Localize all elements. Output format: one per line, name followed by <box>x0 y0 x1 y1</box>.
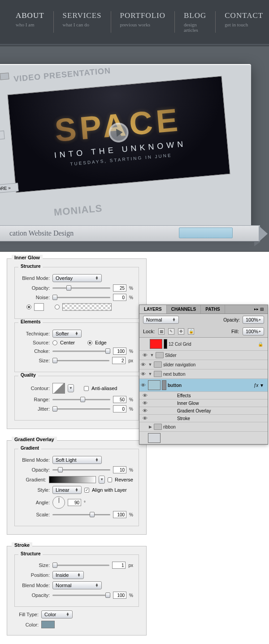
layer-row-grid[interactable]: 12 Col Grid 🔒 <box>139 338 268 351</box>
jitter-input[interactable] <box>113 405 126 412</box>
effect-inner-glow[interactable]: 👁 Inner Glow <box>139 399 268 407</box>
percent-unit: % <box>129 512 133 517</box>
visibility-icon[interactable]: 👁 <box>139 382 147 388</box>
choke-input[interactable] <box>113 348 126 355</box>
blend-mode-dropdown[interactable]: Soft Light▲▼ <box>52 456 102 464</box>
color-radio[interactable] <box>26 305 31 309</box>
visibility-icon[interactable]: 👁 <box>141 408 148 413</box>
tab-paths[interactable]: PATHS <box>201 305 225 313</box>
nav-sub: previous works <box>120 22 166 27</box>
jitter-slider[interactable] <box>52 406 110 412</box>
disclosure-icon[interactable]: ▼ <box>150 353 154 357</box>
noise-input[interactable] <box>113 294 126 301</box>
glow-color-swatch[interactable] <box>34 303 44 311</box>
read-more-button[interactable]: READ MORE » <box>0 183 19 196</box>
panel-tabs: LAYERS CHANNELS PATHS ▸▸ ▤ <box>139 305 268 314</box>
opacity-input[interactable] <box>113 284 126 292</box>
monitor-icon <box>0 73 9 80</box>
glow-gradient-swatch[interactable] <box>62 303 112 311</box>
reverse-checkbox[interactable] <box>108 477 112 482</box>
range-input[interactable] <box>113 396 126 403</box>
angle-dial[interactable] <box>52 496 65 509</box>
layer-row-slidernav[interactable]: 👁 ▼ slider navigation <box>139 360 268 369</box>
nav-item-contact[interactable]: CONTACT get in touch <box>215 11 269 33</box>
noise-slider[interactable] <box>52 294 110 301</box>
lock-position-icon[interactable]: ✥ <box>178 328 184 335</box>
layer-row-ribbon[interactable]: ▶ ribbon <box>139 422 268 432</box>
align-checkbox[interactable] <box>84 488 89 493</box>
ribbon-button[interactable] <box>179 228 233 238</box>
visibility-icon[interactable]: 👁 <box>139 371 147 377</box>
gradient-dropdown[interactable]: ▼ <box>99 476 105 484</box>
range-slider[interactable] <box>52 396 110 403</box>
size-slider[interactable] <box>52 562 109 568</box>
stroke-color-swatch[interactable] <box>41 621 55 628</box>
layer-row-nextbtn[interactable]: 👁 ▼ next button <box>139 369 268 379</box>
visibility-icon[interactable]: 👁 <box>141 352 148 358</box>
center-radio[interactable] <box>52 340 57 345</box>
fill-type-dropdown[interactable]: Color▲▼ <box>41 610 73 618</box>
nav-title: SERVICES <box>63 11 102 20</box>
read-more-button[interactable]: MORE » <box>0 131 5 142</box>
blend-mode-dropdown[interactable]: Normal▲▼ <box>52 581 102 589</box>
opacity-dropdown[interactable]: 100%▸ <box>243 316 264 324</box>
scale-slider[interactable] <box>52 511 110 518</box>
visibility-icon[interactable]: 👁 <box>141 400 148 406</box>
opacity-slider[interactable] <box>52 467 110 473</box>
mode-row: Normal▲▼ Opacity: 100%▸ <box>139 314 268 326</box>
angle-input[interactable] <box>68 499 81 506</box>
visibility-icon[interactable]: 👁 <box>139 362 147 367</box>
effect-label: Stroke <box>177 416 190 421</box>
lock-row: Lock: ▦ ✎ ✥ 🔒 Fill: 100%▸ <box>139 326 268 338</box>
gradient-radio[interactable] <box>55 305 60 309</box>
fx-badge[interactable]: ƒx ▼ <box>254 383 264 388</box>
blend-mode-dropdown[interactable]: Overlay▲▼ <box>52 274 102 282</box>
lock-all-icon[interactable]: 🔒 <box>188 328 194 335</box>
size-label: Size: <box>20 358 50 363</box>
opacity-slider[interactable] <box>52 592 110 598</box>
size-slider[interactable] <box>52 357 109 364</box>
fill-dropdown[interactable]: 100%▸ <box>243 327 264 335</box>
tab-channels[interactable]: CHANNELS <box>167 305 201 313</box>
disclosure-icon[interactable]: ▼ <box>148 362 152 367</box>
effect-stroke[interactable]: 👁 Stroke <box>139 415 268 422</box>
disclosure-icon[interactable]: ▼ <box>148 372 152 376</box>
nav-item-blog[interactable]: BLOG design articles <box>174 11 215 33</box>
blend-mode-label: Blend Mode: <box>20 583 50 588</box>
position-dropdown[interactable]: Inside▲▼ <box>52 571 84 579</box>
anti-aliased-checkbox[interactable] <box>84 386 89 391</box>
layer-row-button[interactable]: 👁 button ƒx ▼ <box>139 379 268 392</box>
size-input[interactable] <box>112 357 126 364</box>
tab-layers[interactable]: LAYERS <box>139 305 167 313</box>
panel-expand-icon[interactable]: ▸▸ ▤ <box>251 305 268 313</box>
edge-radio[interactable] <box>87 340 92 345</box>
effect-gradient-overlay[interactable]: 👁 Gradient Overlay <box>139 407 268 415</box>
lock-transparency-icon[interactable]: ▦ <box>158 328 165 335</box>
fill-label: Fill: <box>231 329 239 334</box>
scale-input[interactable] <box>113 511 126 518</box>
video-thumbnail[interactable]: SPACE INTO THE UNKNOWN TUESDAYS, STARTIN… <box>7 76 230 193</box>
opacity-slider[interactable] <box>52 285 110 291</box>
blend-mode-dropdown[interactable]: Normal▲▼ <box>143 316 179 324</box>
disclosure-icon[interactable]: ▶ <box>148 425 152 429</box>
effects-row[interactable]: 👁 Effects <box>139 392 268 399</box>
lock-pixels-icon[interactable]: ✎ <box>168 328 174 335</box>
gradient-swatch[interactable] <box>49 476 96 483</box>
choke-slider[interactable] <box>52 348 110 354</box>
visibility-icon[interactable]: 👁 <box>141 393 148 398</box>
opacity-input[interactable] <box>113 466 126 473</box>
opacity-input[interactable] <box>113 592 126 599</box>
layer-row-slider[interactable]: 👁 ▼ Slider <box>139 351 268 360</box>
visibility-icon[interactable]: 👁 <box>141 416 148 421</box>
layer-row[interactable] <box>139 432 268 444</box>
style-dropdown[interactable]: Linear▲▼ <box>52 486 82 494</box>
contour-picker[interactable] <box>52 383 65 394</box>
percent-unit: % <box>129 593 133 598</box>
effect-label: Gradient Overlay <box>177 408 211 413</box>
contour-dropdown[interactable]: ▼ <box>68 384 74 392</box>
size-input[interactable] <box>112 562 126 569</box>
technique-dropdown[interactable]: Softer▲▼ <box>52 330 82 338</box>
nav-item-services[interactable]: SERVICES what I can do <box>53 11 111 33</box>
nav-item-portfolio[interactable]: PORTFOLIO previous works <box>111 11 175 33</box>
nav-item-about[interactable]: ABOUT who I am <box>7 11 53 33</box>
